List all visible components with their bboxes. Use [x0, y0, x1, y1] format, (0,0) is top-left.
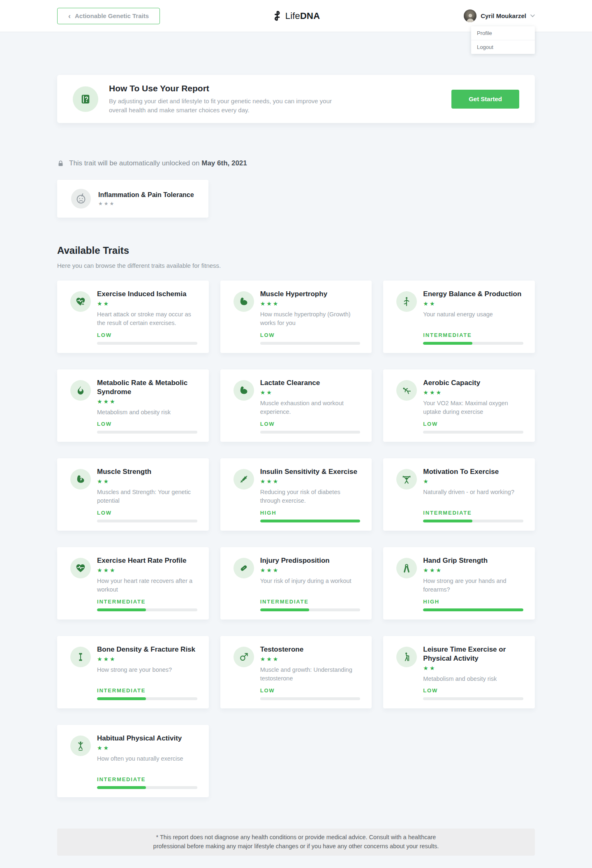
trait-description: Your VO2 Max: Maximal oxygen uptake duri… [423, 399, 523, 416]
bicep-bolt-icon [70, 469, 91, 490]
trait-stars: ★★★ [260, 300, 361, 307]
trait-progress-bar [423, 342, 523, 345]
trait-card[interactable]: Exercise Induced Ischemia ★★ Heart attac… [57, 281, 209, 353]
bicep-icon [234, 291, 254, 312]
trait-progress-bar [260, 520, 361, 522]
trait-progress-bar [260, 342, 361, 345]
trait-title: Energy Balance & Production [423, 290, 523, 299]
locked-trait-card: Inflammation & Pain Tolerance ★★★ [57, 180, 208, 218]
disclaimer-footer: * This report does not diagnose any heal… [57, 829, 535, 856]
back-button[interactable]: ‹ Actionable Genetic Traits [57, 8, 160, 24]
trait-level-label: LOW [260, 687, 361, 694]
trait-card[interactable]: Bone Density & Fracture Risk ★★★ How str… [57, 636, 209, 708]
trait-card[interactable]: Habitual Physical Activity ★★ How often … [57, 725, 209, 797]
trait-level-label: INTERMEDIATE [260, 599, 361, 605]
hand-gripper-icon [396, 558, 417, 578]
trait-description: How strong are your hands and forearms? [423, 577, 523, 594]
syringe-icon [234, 469, 254, 490]
trait-title: Lactate Clearance [260, 378, 361, 388]
trait-level-label: LOW [97, 332, 197, 338]
trait-progress-fill [260, 520, 361, 522]
trait-description: How muscle hypertrophy (Growth) works fo… [260, 310, 361, 327]
howto-card: How To Use Your Report By adjusting your… [57, 75, 535, 123]
trait-card[interactable]: Muscle Strength ★★ Muscles and Strength:… [57, 458, 209, 531]
user-menu-trigger[interactable]: Cyril Moukarzel [464, 9, 535, 22]
trait-description: How your heart rate recovers after a wor… [97, 577, 197, 594]
trait-card[interactable]: Aerobic Capacity ★★★ Your VO2 Max: Maxim… [383, 369, 535, 442]
trait-level-label: LOW [97, 421, 197, 427]
trait-level-label: LOW [423, 421, 523, 427]
trait-title: Habitual Physical Activity [97, 734, 197, 743]
trait-card[interactable]: Motivation To Exercise ★ Naturally drive… [383, 458, 535, 531]
menu-item-profile[interactable]: Profile [471, 26, 535, 40]
trait-progress-bar [423, 697, 523, 700]
trait-description: Muscle and growth: Understanding testost… [260, 666, 361, 683]
trait-card[interactable]: Muscle Hypertrophy ★★★ How muscle hypert… [220, 281, 372, 353]
chevron-down-icon [530, 14, 535, 17]
trait-card[interactable]: Testosterone ★★★ Muscle and growth: Unde… [220, 636, 372, 708]
jumping-jack-icon [70, 736, 91, 756]
trait-card[interactable]: Insulin Sensitivity & Exercise ★★★ Reduc… [220, 458, 372, 531]
trait-description: How strong are your bones? [97, 666, 197, 674]
lifedna-logo: LifeDNA [272, 11, 320, 21]
trait-stars: ★ [423, 478, 523, 485]
trait-level-label: LOW [260, 421, 361, 427]
trait-title: Motivation To Exercise [423, 467, 523, 476]
male-symbol-icon [234, 647, 254, 667]
trait-title: Testosterone [260, 645, 361, 654]
trait-card[interactable]: Hand Grip Strength ★★★ How strong are yo… [383, 547, 535, 620]
locked-trait-stars: ★★★ [98, 201, 194, 207]
trait-level-label: INTERMEDIATE [423, 332, 523, 338]
trait-card[interactable]: Injury Predisposition ★★★ Your risk of i… [220, 547, 372, 620]
trait-title: Hand Grip Strength [423, 556, 523, 565]
heart-pulse-icon [70, 558, 91, 578]
trait-stars: ★★★ [260, 567, 361, 573]
trait-level-label: INTERMEDIATE [97, 687, 197, 694]
trait-description: Your natural energy usage [423, 310, 523, 319]
header: ‹ Actionable Genetic Traits LifeDNA Cyri… [0, 0, 592, 32]
howto-text: How To Use Your Report By adjusting your… [109, 84, 339, 115]
book-question-icon [73, 86, 98, 112]
bicep-icon [234, 380, 254, 401]
trait-progress-fill [260, 608, 309, 611]
trait-stars: ★★★ [423, 567, 523, 573]
trait-title: Aerobic Capacity [423, 378, 523, 388]
trait-card[interactable]: Lactate Clearance ★★ Muscle exhaustion a… [220, 369, 372, 442]
menu-item-logout[interactable]: Logout [471, 40, 535, 54]
trait-card[interactable]: Metabolic Rate & Metabolic Syndrome ★★★ … [57, 369, 209, 442]
trait-level-label: LOW [260, 332, 361, 338]
trait-description: Metabolism and obesity risk [423, 675, 523, 683]
traits-grid: Exercise Induced Ischemia ★★ Heart attac… [57, 281, 535, 797]
lock-icon [57, 160, 64, 167]
trait-progress-fill [423, 520, 472, 522]
trait-card[interactable]: Energy Balance & Production ★★ Your natu… [383, 281, 535, 353]
trait-progress-bar [97, 431, 197, 434]
howto-description: By adjusting your diet and lifestyle to … [109, 97, 339, 115]
locked-trait-title: Inflammation & Pain Tolerance [98, 191, 194, 199]
trait-title: Muscle Strength [97, 467, 197, 476]
user-name: Cyril Moukarzel [481, 12, 526, 19]
trait-title: Bone Density & Fracture Risk [97, 645, 197, 654]
trait-progress-bar [260, 431, 361, 434]
back-button-label: Actionable Genetic Traits [75, 12, 149, 19]
trait-level-label: LOW [423, 687, 523, 694]
trait-card[interactable]: Exercise Heart Rate Profile ★★★ How your… [57, 547, 209, 620]
trait-level-label: INTERMEDIATE [423, 510, 523, 516]
trait-progress-fill [97, 608, 146, 611]
trait-stars: ★★★ [97, 656, 197, 662]
trait-level-label: HIGH [423, 599, 523, 605]
trait-progress-bar [97, 697, 197, 700]
trait-card[interactable]: Leisure Time Exercise or Physical Activi… [383, 636, 535, 708]
get-started-button[interactable]: Get Started [451, 90, 519, 109]
trait-stars: ★★ [97, 478, 197, 485]
logo-text: LifeDNA [285, 11, 320, 21]
trait-title: Exercise Heart Rate Profile [97, 556, 197, 565]
trait-description: Heart attack or stroke may occur as the … [97, 310, 197, 327]
pain-face-icon [71, 189, 91, 209]
locked-message: This trait will be automatically unlocke… [69, 159, 247, 167]
trait-level-label: INTERMEDIATE [97, 776, 197, 782]
trait-title: Muscle Hypertrophy [260, 290, 361, 299]
trait-description: Your risk of injury during a workout [260, 577, 361, 585]
bone-icon [70, 647, 91, 667]
cartwheel-icon [396, 380, 417, 401]
